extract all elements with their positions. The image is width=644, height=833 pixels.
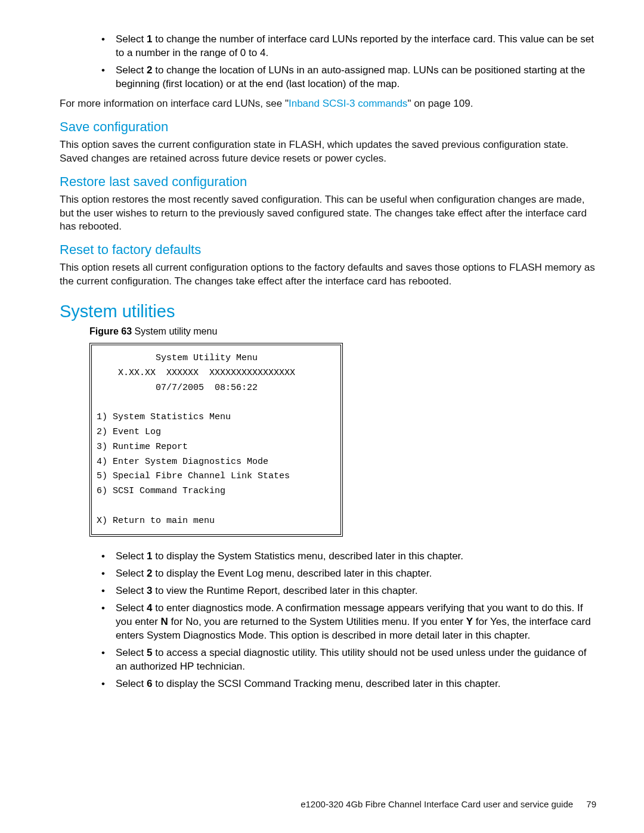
bottom-bullet-list: Select 1 to display the System Statistic… bbox=[98, 550, 596, 690]
list-item: Select 3 to view the Runtime Report, des… bbox=[98, 584, 596, 598]
top-bullet-list: Select 1 to change the number of interfa… bbox=[98, 33, 596, 91]
save-config-text: This option saves the current configurat… bbox=[60, 138, 596, 166]
page-number: 79 bbox=[586, 799, 596, 809]
figure-label-number: Figure 63 bbox=[89, 326, 132, 336]
reset-text: This option resets all current configura… bbox=[60, 261, 596, 289]
bold-text: Y bbox=[466, 616, 473, 627]
page: Select 1 to change the number of interfa… bbox=[0, 0, 644, 833]
text: Select bbox=[116, 585, 147, 596]
heading-save-configuration: Save configuration bbox=[60, 119, 596, 135]
more-info-paragraph: For more information on interface card L… bbox=[60, 97, 596, 111]
system-utility-menu-content: System Utility Menu X.XX.XX XXXXXX XXXXX… bbox=[91, 345, 341, 535]
figure-label-text: System utility menu bbox=[132, 326, 217, 336]
xref-link-inband-scsi3[interactable]: Inband SCSI-3 commands bbox=[289, 98, 407, 109]
text: to access a special diagnostic utility. … bbox=[116, 647, 586, 672]
text: Select bbox=[116, 550, 147, 562]
text: to display the SCSI Command Tracking men… bbox=[152, 678, 500, 689]
footer-text: e1200-320 4Gb Fibre Channel Interface Ca… bbox=[301, 799, 573, 809]
list-item: Select 2 to display the Event Log menu, … bbox=[98, 567, 596, 581]
text: Select bbox=[116, 678, 147, 689]
text: to display the System Statistics menu, d… bbox=[152, 550, 463, 562]
restore-text: This option restores the most recently s… bbox=[60, 193, 596, 234]
text: to view the Runtime Report, described la… bbox=[152, 585, 417, 596]
page-footer: e1200-320 4Gb Fibre Channel Interface Ca… bbox=[301, 799, 596, 809]
figure-caption: Figure 63 System utility menu bbox=[89, 326, 596, 337]
heading-restore-last-saved: Restore last saved configuration bbox=[60, 174, 596, 190]
text: Select bbox=[116, 33, 147, 45]
text: For more information on interface card L… bbox=[60, 98, 289, 109]
list-item: Select 1 to change the number of interfa… bbox=[98, 33, 596, 60]
list-item: Select 2 to change the location of LUNs … bbox=[98, 64, 596, 91]
heading-reset-factory-defaults: Reset to factory defaults bbox=[60, 242, 596, 258]
heading-system-utilities: System utilities bbox=[60, 302, 596, 321]
list-item: Select 4 to enter diagnostics mode. A co… bbox=[98, 602, 596, 643]
list-item: Select 1 to display the System Statistic… bbox=[98, 550, 596, 563]
list-item: Select 6 to display the SCSI Command Tra… bbox=[98, 677, 596, 691]
text: Select bbox=[116, 647, 147, 658]
text: to display the Event Log menu, described… bbox=[152, 568, 432, 579]
bold-text: N bbox=[161, 616, 168, 627]
text: Select bbox=[116, 568, 147, 579]
text: to change the location of LUNs in an aut… bbox=[116, 64, 585, 89]
text: Select bbox=[116, 602, 147, 614]
text: " on page 109. bbox=[407, 98, 473, 109]
text: for No, you are returned to the System U… bbox=[168, 616, 466, 627]
text: Select bbox=[116, 64, 147, 76]
text: to change the number of interface card L… bbox=[116, 33, 594, 58]
list-item: Select 5 to access a special diagnostic … bbox=[98, 646, 596, 674]
system-utility-menu-box: System Utility Menu X.XX.XX XXXXXX XXXXX… bbox=[89, 343, 343, 537]
